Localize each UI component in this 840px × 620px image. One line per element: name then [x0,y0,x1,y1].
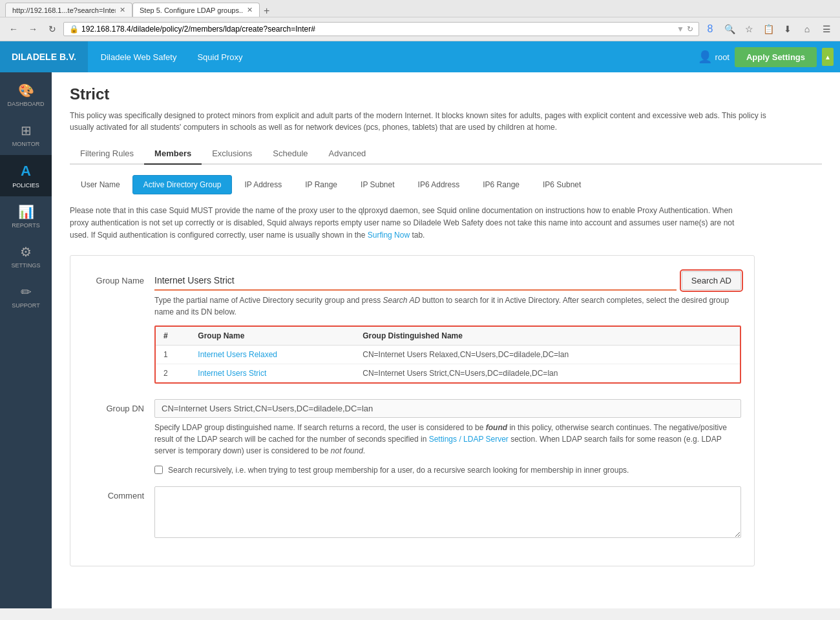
app-header: DILADELE B.V. Diladele Web Safety Squid … [0,41,840,72]
support-icon: ✏ [21,284,32,300]
group-name-control: Search AD Type the partial name of Activ… [154,271,741,384]
sub-tab-ip6-range[interactable]: IP6 Range [472,175,530,194]
group-dn-control: Specify LDAP group distinguished name. I… [154,399,741,476]
browser-chrome: http://192.168.1...te?search=Inter ✕ Ste… [0,0,840,41]
table-row[interactable]: 2 Internet Users Strict CN=Internet User… [156,364,740,382]
sidebar-item-settings[interactable]: ⚙ SETTINGS [0,236,52,276]
comment-row: Comment [83,486,741,540]
brand-text: DILADELE B.V. [12,52,76,62]
search-ad-button[interactable]: Search AD [682,271,741,290]
browser-tab-1-title: http://192.168.1...te?search=Inter [12,6,116,14]
col-hash: # [156,327,190,346]
group-dn-input[interactable] [154,399,741,418]
tab-filtering-rules[interactable]: Filtering Rules [70,143,144,165]
address-dropdown-icon: ▼ [677,25,684,34]
comment-label: Comment [83,486,154,501]
recursive-checkbox[interactable] [154,466,163,474]
dashboard-icon: 🎨 [18,83,34,98]
sidebar-item-support[interactable]: ✏ SUPPORT [0,276,52,316]
tab-exclusions[interactable]: Exclusions [202,143,262,165]
tab-schedule[interactable]: Schedule [262,143,318,165]
sidebar-item-monitor[interactable]: ⊞ MONITOR [0,115,52,155]
ldap-server-link[interactable]: Settings / LDAP Server [429,435,509,444]
tab-members[interactable]: Members [144,143,202,165]
settings-icon: ⚙ [20,244,32,260]
forward-button[interactable]: → [25,21,41,37]
group-name-input-wrap: Search AD [154,271,741,291]
address-bar[interactable]: 🔒 ▼ ↻ [63,22,699,36]
sub-tab-ip6-subnet[interactable]: IP6 Subnet [532,175,592,194]
new-tab-button[interactable]: + [260,5,273,17]
main-content: Strict This policy was specifically desi… [52,72,840,608]
col-group-name: Group Name [190,327,355,346]
comment-control [154,486,741,540]
sidebar-item-dashboard[interactable]: 🎨 DASHBOARD [0,75,52,115]
browser-tab-2[interactable]: Step 5. Configure LDAP groups... ✕ [132,3,260,17]
sub-tab-ip-address[interactable]: IP Address [233,175,293,194]
monitor-icon: ⊞ [21,123,32,138]
menu-button[interactable]: ☰ [818,21,835,37]
address-refresh-icon[interactable]: ↻ [687,25,693,34]
group-dn-label: Group DN [83,399,154,413]
address-input[interactable] [81,25,674,34]
bookmark-button[interactable]: ☆ [740,21,757,37]
info-text: Please note that in this case Squid MUST… [70,205,748,242]
row-group-dn: CN=Internet Users Relaxed,CN=Users,DC=di… [355,345,740,364]
sidebar-item-policies[interactable]: A POLICIES [0,155,52,196]
apply-green-indicator: ▲ [822,48,834,66]
tab-advanced[interactable]: Advanced [319,143,377,165]
table-row[interactable]: 1 Internet Users Relaxed CN=Internet Use… [156,345,740,364]
recursive-label: Search recursively, i.e. when trying to … [168,464,629,476]
header-nav: Diladele Web Safety Squid Proxy [88,41,698,72]
back-button[interactable]: ← [5,21,22,37]
sub-tabs: User Name Active Directory Group IP Addr… [70,175,822,194]
user-info: 👤 root [698,50,730,64]
main-layout: 🎨 DASHBOARD ⊞ MONITOR A POLICIES 📊 REPOR… [0,72,840,608]
row-group-name[interactable]: Internet Users Relaxed [190,345,355,364]
group-name-field-wrap [154,271,677,291]
sub-tab-username[interactable]: User Name [70,175,131,194]
download-button[interactable]: ⬇ [779,21,796,37]
sidebar-label-support: SUPPORT [12,302,39,309]
policies-icon: A [21,163,31,180]
page-description: This policy was specifically designed to… [70,110,781,133]
browser-tab-1[interactable]: http://192.168.1...te?search=Inter ✕ [5,3,132,17]
sidebar-label-settings: SETTINGS [11,262,40,269]
comment-textarea[interactable] [154,486,741,538]
brand: DILADELE B.V. [0,41,88,72]
sidebar-item-reports[interactable]: 📊 REPORTS [0,196,52,236]
group-name-input[interactable] [154,271,677,291]
apply-indicator-icon: ▲ [824,54,831,61]
address-lock-icon: 🔒 [69,25,79,34]
browser-tab-bar: http://192.168.1...te?search=Inter ✕ Ste… [0,0,840,17]
page-title: Strict [70,85,822,103]
google-icon[interactable]: 8 [702,21,719,37]
refresh-button[interactable]: ↻ [44,21,61,37]
surfing-now-link[interactable]: Surfing Now [368,231,410,240]
row-num: 1 [156,345,190,364]
browser-tab-1-close[interactable]: ✕ [120,6,125,14]
row-group-name[interactable]: Internet Users Strict [190,364,355,382]
sub-tab-ip-subnet[interactable]: IP Subnet [350,175,406,194]
results-table: # Group Name Group Distinguished Name 1 … [156,327,740,382]
home-button[interactable]: ⌂ [799,21,815,37]
sub-tab-ip-range[interactable]: IP Range [294,175,348,194]
header-nav-web-safety[interactable]: Diladele Web Safety [90,41,187,72]
apply-settings-button[interactable]: Apply Settings [735,47,817,67]
sub-tab-ad-group[interactable]: Active Directory Group [132,175,233,194]
user-icon: 👤 [698,50,712,64]
search-hint-text: Type the partial name of Active Director… [154,294,741,318]
save-button[interactable]: 📋 [760,21,777,37]
sidebar: 🎨 DASHBOARD ⊞ MONITOR A POLICIES 📊 REPOR… [0,72,52,608]
sidebar-label-policies: POLICIES [12,182,39,189]
header-right: 👤 root Apply Settings ▲ [698,47,840,67]
row-num: 2 [156,364,190,382]
header-nav-squid[interactable]: Squid Proxy [187,41,253,72]
search-button[interactable]: 🔍 [721,21,738,37]
group-name-label: Group Name [83,271,154,285]
sub-tab-ip6-address[interactable]: IP6 Address [407,175,471,194]
browser-tab-2-close[interactable]: ✕ [247,6,253,14]
row-group-dn: CN=Internet Users Strict,CN=Users,DC=dil… [355,364,740,382]
results-table-wrap: # Group Name Group Distinguished Name 1 … [154,326,741,384]
form-section: Group Name Search AD Type the partial na… [70,255,755,566]
